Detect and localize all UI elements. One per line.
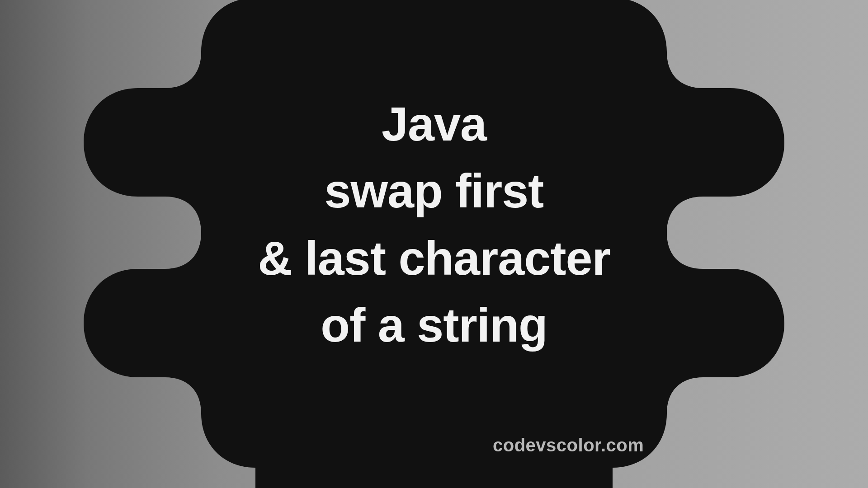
title-line-4: of a string — [0, 291, 868, 358]
title-line-3: & last character — [0, 225, 868, 291]
graphic-canvas: Java swap first & last character of a st… — [0, 0, 868, 488]
title-line-1: Java — [0, 90, 868, 157]
title-block: Java swap first & last character of a st… — [0, 90, 868, 359]
watermark-text: codevscolor.com — [493, 435, 644, 455]
title-line-2: swap first — [0, 157, 868, 224]
